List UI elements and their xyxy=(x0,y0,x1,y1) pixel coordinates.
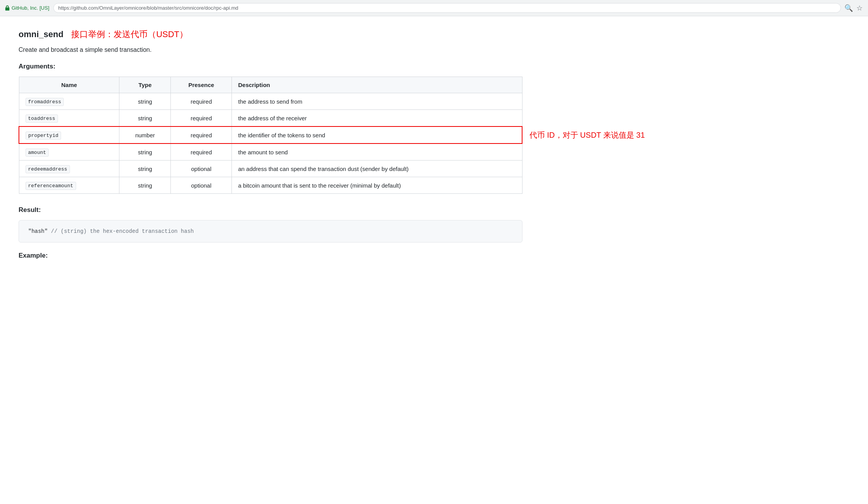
code-name: amount xyxy=(26,149,49,157)
cell-name: amount xyxy=(19,144,119,161)
cell-type: string xyxy=(119,177,171,194)
cell-presence: required xyxy=(171,110,232,127)
cell-name: propertyid xyxy=(19,126,119,144)
url-text: https://github.com/OmniLayer/omnicore/bl… xyxy=(58,5,238,11)
table-row: referenceamount string optional a bitcoi… xyxy=(19,177,522,194)
col-type: Type xyxy=(119,77,171,93)
result-label: Result: xyxy=(19,206,523,214)
table-row: toaddress string required the address of… xyxy=(19,110,522,127)
cell-type: string xyxy=(119,93,171,110)
func-name: omni_send xyxy=(19,29,63,39)
code-name: propertyid xyxy=(26,132,61,140)
table-header: Name Type Presence Description xyxy=(19,77,522,93)
col-name: Name xyxy=(19,77,119,93)
example-section: Example: xyxy=(19,252,523,260)
table-row: fromaddress string required the address … xyxy=(19,93,522,110)
table-wrapper: Name Type Presence Description fromaddre… xyxy=(19,77,523,194)
code-name: referenceamount xyxy=(26,182,76,190)
table-row-highlighted: propertyid number required the identifie… xyxy=(19,126,522,144)
cell-presence: required xyxy=(171,144,232,161)
result-code-string: "hash" xyxy=(28,228,51,234)
chinese-subtitle: 接口举例：发送代币（USDT） xyxy=(71,29,188,40)
result-code-comment: // (string) the hex-encoded transaction … xyxy=(51,228,194,234)
cell-description: the identifier of the tokens to send 代币 … xyxy=(232,126,522,144)
title-row: omni_send 接口举例：发送代币（USDT） xyxy=(19,29,523,40)
cell-type: string xyxy=(119,161,171,177)
col-presence: Presence xyxy=(171,77,232,93)
browser-bar: GitHub, Inc. [US] https://github.com/Omn… xyxy=(0,0,868,16)
code-name: fromaddress xyxy=(26,98,64,106)
cell-presence: required xyxy=(171,126,232,144)
arguments-table: Name Type Presence Description fromaddre… xyxy=(19,77,523,194)
page-content: omni_send 接口举例：发送代币（USDT） Create and bro… xyxy=(0,16,541,278)
cell-description: the address to send from xyxy=(232,93,522,110)
arguments-label: Arguments: xyxy=(19,63,523,70)
cell-description: an address that can spend the transactio… xyxy=(232,161,522,177)
cell-name: referenceamount xyxy=(19,177,119,194)
cell-description: the address of the receiver xyxy=(232,110,522,127)
address-bar[interactable]: https://github.com/OmniLayer/omnicore/bl… xyxy=(53,3,841,13)
cell-name: redeemaddress xyxy=(19,161,119,177)
description-text: the identifier of the tokens to send xyxy=(238,132,325,138)
security-label: GitHub, Inc. [US] xyxy=(12,5,49,11)
code-name: toaddress xyxy=(26,114,58,123)
security-indicator: GitHub, Inc. [US] xyxy=(5,5,49,11)
page-description: Create and broadcast a simple send trans… xyxy=(19,46,523,53)
cell-type: string xyxy=(119,144,171,161)
cell-presence: optional xyxy=(171,177,232,194)
annotation-container: the identifier of the tokens to send 代币 … xyxy=(238,132,516,138)
header-row: Name Type Presence Description xyxy=(19,77,522,93)
annotation-text: 代币 ID，对于 USDT 来说值是 31 xyxy=(522,130,645,140)
result-section: Result: "hash" // (string) the hex-encod… xyxy=(19,206,523,243)
cell-presence: optional xyxy=(171,161,232,177)
cell-type: number xyxy=(119,126,171,144)
lock-icon xyxy=(5,5,10,11)
table-body: fromaddress string required the address … xyxy=(19,93,522,194)
browser-actions: 🔍 ☆ xyxy=(845,4,863,12)
arguments-section: Arguments: Name Type Presence Descriptio… xyxy=(19,63,523,194)
cell-name: fromaddress xyxy=(19,93,119,110)
search-icon[interactable]: 🔍 xyxy=(845,4,853,12)
bookmark-icon[interactable]: ☆ xyxy=(856,4,863,12)
cell-presence: required xyxy=(171,93,232,110)
cell-type: string xyxy=(119,110,171,127)
code-name: redeemaddress xyxy=(26,165,70,173)
example-label: Example: xyxy=(19,252,523,260)
cell-description: a bitcoin amount that is sent to the rec… xyxy=(232,177,522,194)
cell-name: toaddress xyxy=(19,110,119,127)
table-row: redeemaddress string optional an address… xyxy=(19,161,522,177)
result-code-block: "hash" // (string) the hex-encoded trans… xyxy=(19,220,523,243)
table-row: amount string required the amount to sen… xyxy=(19,144,522,161)
cell-description: the amount to send xyxy=(232,144,522,161)
col-description: Description xyxy=(232,77,522,93)
